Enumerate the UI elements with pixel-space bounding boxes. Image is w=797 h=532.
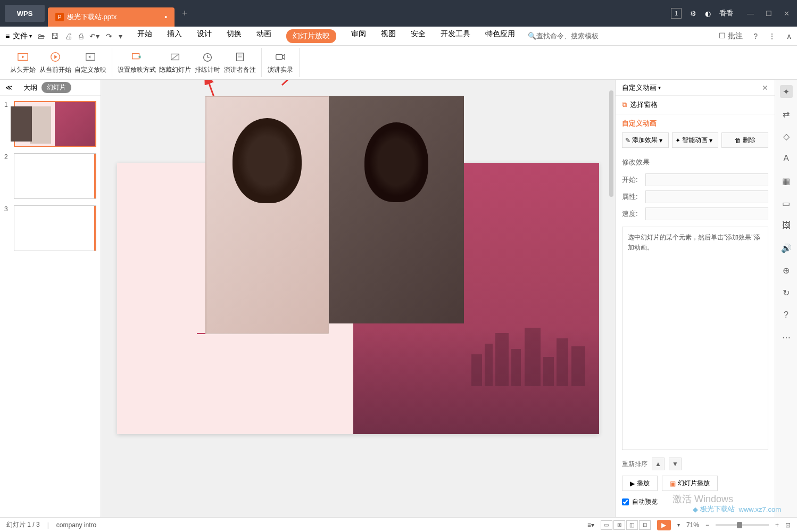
play-anim-button[interactable]: ▶播放 — [622, 476, 658, 491]
sorter-view-icon[interactable]: ⊞ — [613, 520, 625, 530]
presenter-notes-button[interactable]: 演讲者备注 — [224, 48, 256, 77]
menu-bar: ≡ 文件 ▾ 🗁 🖫 🖨 ⎙ ↶▾ ↷ ▾ 开始 插入 设计 切换 动画 幻灯片… — [0, 27, 797, 46]
property-select[interactable] — [645, 190, 768, 203]
collapse-ribbon-icon[interactable]: ⋮ — [768, 32, 776, 40]
expand-icon[interactable]: ∧ — [786, 32, 792, 40]
file-menu[interactable]: 文件 ▾ — [13, 31, 32, 41]
gift-icon[interactable]: ⚙ — [690, 10, 696, 18]
tab-security[interactable]: 安全 — [411, 29, 426, 43]
save-icon[interactable]: 🖫 — [51, 32, 59, 40]
custom-show-button[interactable]: 自定义放映 — [74, 48, 106, 77]
strip-history-icon[interactable]: ↻ — [780, 286, 793, 299]
tab-insert[interactable]: 插入 — [167, 29, 182, 43]
tab-features[interactable]: 特色应用 — [485, 29, 515, 43]
delete-button[interactable]: 🗑删除 — [721, 132, 768, 148]
help-icon[interactable]: ? — [753, 32, 758, 40]
auto-preview-checkbox[interactable] — [622, 498, 629, 505]
layers-icon: ⧉ — [622, 101, 627, 109]
modify-effect-label: 修改效果 — [616, 153, 775, 171]
badge-box[interactable]: 1 — [671, 8, 682, 19]
notes-toggle-icon[interactable]: ≡▾ — [587, 521, 594, 529]
close-button[interactable]: ✕ — [784, 10, 790, 18]
setup-show-button[interactable]: 设置放映方式 — [118, 48, 156, 77]
speed-select[interactable] — [645, 207, 768, 220]
print-preview-icon[interactable]: ⎙ — [79, 32, 83, 40]
select-pane-button[interactable]: 选择窗格 — [630, 100, 658, 110]
strip-animation-icon[interactable]: ✦ — [780, 85, 793, 98]
from-current-button[interactable]: 从当前开始 — [39, 48, 71, 77]
dropdown-icon[interactable]: ▾ — [658, 85, 661, 90]
title-bar: WPS P 极光下载站.pptx • + 1 ⚙ ◐ 香香 — ☐ ✕ — [0, 0, 797, 27]
play-dropdown-icon[interactable]: ▾ — [677, 522, 680, 528]
strip-text-icon[interactable]: A — [780, 152, 793, 165]
minimize-button[interactable]: — — [747, 10, 754, 18]
comment-button[interactable]: ☐ 批注 — [719, 31, 743, 41]
notes-view-icon[interactable]: ⊡ — [639, 520, 651, 530]
collapse-panel-icon[interactable]: ≪ — [5, 84, 13, 92]
reorder-up-button[interactable]: ▲ — [652, 458, 665, 470]
wps-logo[interactable]: WPS — [5, 5, 45, 22]
normal-view-icon[interactable]: ▭ — [601, 520, 612, 530]
user-avatar-icon[interactable]: ◐ — [705, 10, 711, 18]
new-tab-button[interactable]: + — [182, 8, 188, 19]
tab-transition[interactable]: 切换 — [227, 29, 242, 43]
tab-design[interactable]: 设计 — [197, 29, 212, 43]
slide-thumb-3[interactable] — [14, 205, 96, 251]
custom-animation-title: 自定义动画 — [616, 114, 775, 132]
photo-placeholder-2[interactable] — [329, 96, 464, 323]
tab-devtools[interactable]: 开发工具 — [441, 29, 470, 43]
strip-layout-icon[interactable]: ▦ — [780, 174, 793, 187]
command-search[interactable]: 🔍 查找命令、搜索模板 — [528, 31, 599, 41]
tab-animation[interactable]: 动画 — [256, 29, 271, 43]
tab-review[interactable]: 审阅 — [351, 29, 366, 43]
reorder-down-button[interactable]: ▼ — [669, 458, 682, 470]
hamburger-icon[interactable]: ≡ — [5, 32, 10, 40]
strip-shape-icon[interactable]: ◇ — [780, 130, 793, 143]
slideshow-play-button[interactable]: ▣幻灯片播放 — [662, 476, 718, 491]
strip-transition-icon[interactable]: ⇄ — [780, 107, 793, 120]
zoom-in-icon[interactable]: + — [775, 521, 779, 529]
reading-view-icon[interactable]: ◫ — [626, 520, 638, 530]
smart-anim-button[interactable]: ✦智能动画▾ — [672, 132, 719, 148]
print-icon[interactable]: 🖨 — [65, 32, 72, 40]
vertical-scrollbar[interactable] — [608, 80, 615, 517]
zoom-out-icon[interactable]: − — [705, 521, 709, 529]
strip-audio-icon[interactable]: 🔊 — [780, 242, 793, 254]
tab-start[interactable]: 开始 — [137, 29, 152, 43]
undo-icon[interactable]: ↶▾ — [89, 32, 99, 40]
slides-tab[interactable]: 幻灯片 — [41, 82, 71, 93]
zoom-slider[interactable] — [716, 524, 769, 526]
start-select[interactable] — [645, 173, 768, 186]
strip-more-icon[interactable]: ⋯ — [780, 331, 793, 344]
rehearse-button[interactable]: 排练计时 — [194, 48, 221, 77]
document-tab[interactable]: P 极光下载站.pptx • — [48, 7, 175, 27]
strip-help-icon[interactable]: ? — [780, 309, 793, 321]
slideshow-button[interactable]: ▶ — [657, 520, 671, 530]
slide-canvas[interactable] — [117, 163, 599, 434]
tab-slideshow[interactable]: 幻灯片放映 — [286, 29, 336, 43]
strip-image-icon[interactable]: 🖼 — [780, 219, 793, 232]
photo-placeholder-1[interactable] — [205, 96, 329, 334]
strip-security-icon[interactable]: ⊕ — [780, 264, 793, 277]
slide-thumb-2[interactable] — [14, 153, 96, 199]
maximize-button[interactable]: ☐ — [766, 10, 772, 18]
tab-view[interactable]: 视图 — [381, 29, 396, 43]
record-icon — [274, 51, 287, 63]
add-effect-button[interactable]: ✎添加效果▾ — [622, 132, 669, 148]
record-button[interactable]: 演讲实录 — [267, 48, 294, 77]
outline-tab[interactable]: 大纲 — [23, 83, 37, 93]
watermark-logo-icon: ◆ — [693, 505, 698, 513]
zoom-level[interactable]: 71% — [686, 521, 699, 529]
hide-slide-button[interactable]: 隐藏幻灯片 — [159, 48, 191, 77]
slide-thumb-1[interactable] — [14, 101, 96, 147]
qat-dropdown-icon[interactable]: ▾ — [119, 32, 122, 40]
open-icon[interactable]: 🗁 — [37, 32, 45, 40]
strip-template-icon[interactable]: ▭ — [780, 197, 793, 210]
from-beginning-button[interactable]: 从头开始 — [10, 48, 36, 77]
close-panel-icon[interactable]: ✕ — [762, 84, 768, 92]
svg-rect-3 — [132, 54, 139, 59]
auto-preview-label: 自动预览 — [632, 497, 658, 506]
svg-rect-12 — [276, 54, 283, 59]
fit-window-icon[interactable]: ⊡ — [785, 521, 791, 529]
redo-icon[interactable]: ↷ — [106, 32, 112, 40]
